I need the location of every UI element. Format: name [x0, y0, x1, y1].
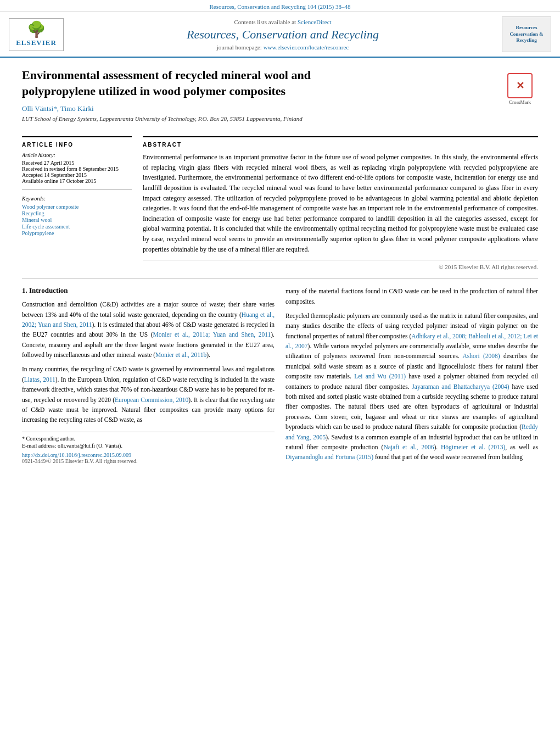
ref-jayaraman[interactable]: Jayaraman and Bhattacharyya (2004) [412, 383, 509, 390]
accepted-date: Accepted 14 September 2015 [22, 172, 132, 178]
sciencedirect-line: Contents lists available at ScienceDirec… [69, 19, 496, 25]
logo-box-text: Resources Conservation & Recycling [505, 25, 548, 44]
ref-llatas[interactable]: Llatas, 2011 [24, 376, 55, 383]
ref-ashori[interactable]: Ashori (2008) [462, 353, 500, 359]
keywords-title: Keywords: [22, 196, 132, 202]
kw-2: Recycling [22, 210, 132, 216]
body-right-col: many of the material fractions found in … [285, 286, 538, 467]
ref-reddy[interactable]: Reddy and Yang, 2005 [285, 423, 538, 440]
body-left-col: 1. Introduction Construction and demolit… [22, 286, 275, 467]
article-history-block: Article history: Received 27 April 2015 … [22, 152, 132, 190]
keywords-block: Keywords: Wood polymer composite Recycli… [22, 196, 132, 236]
intro-paragraph2: In many countries, the recycling of C&D … [22, 364, 275, 425]
ref-diyaman[interactable]: Diyamandoglu and Fortuna (2015) [285, 454, 373, 460]
author-olli: Olli Väntsi*, Timo Kärki [22, 104, 94, 113]
elsevier-wordmark: ELSEVIER [16, 38, 57, 47]
elsevier-logo-area: 🌳 ELSEVIER [9, 18, 69, 51]
right-paragraph2: Recycled thermoplastic polymers are comm… [285, 311, 538, 462]
ref-lei-wu[interactable]: Lei and Wu (2011) [354, 373, 406, 380]
affiliation: LUT School of Energy Systems, Lappeenran… [22, 115, 329, 122]
crossmark-label: CrossMark [507, 99, 533, 105]
left-col-article-info: ARTICLE INFO Article history: Received 2… [22, 136, 132, 270]
ref-eu-commission[interactable]: European Commission, 2010 [115, 397, 188, 403]
received-date: Received 27 April 2015 [22, 160, 132, 166]
doi-link[interactable]: http://dx.doi.org/10.1016/j.resconrec.20… [22, 452, 275, 458]
footnote-area: * Corresponding author. E-mail address: … [22, 432, 275, 464]
journal-logo-box: Resources Conservation & Recycling [502, 16, 551, 52]
elsevier-tree-icon: 🌳 [27, 22, 46, 37]
kw-1: Wood polymer composite [22, 204, 132, 210]
ref-najafi[interactable]: Najafi et al., 2006 [383, 444, 434, 450]
journal-header-right: Resources Conservation & Recycling [496, 16, 551, 52]
issn-line: 0921-3449/© 2015 Elsevier B.V. All right… [22, 458, 275, 464]
ref-monier-b[interactable]: Monier et al., 2011b [155, 352, 206, 358]
abstract-text: Environmental performance is an importan… [143, 152, 538, 254]
divider [22, 278, 538, 278]
authors: Olli Väntsi*, Timo Kärki [22, 104, 329, 113]
article-title: Environmental assessment of recycled min… [22, 68, 329, 99]
ref-hogimeier[interactable]: Högimeier et al. (2013) [441, 444, 505, 450]
kw-5: Polypropylene [22, 230, 132, 236]
right-paragraph1: many of the material fractions found in … [285, 286, 538, 306]
journal-title-header: Resources, Conservation and Recycling [69, 27, 496, 42]
corresponding-author-fn: * Corresponding author. [22, 436, 275, 442]
email-fn: E-mail address: olli.vantsi@lut.fi (O. V… [22, 443, 275, 449]
kw-3: Mineral wool [22, 217, 132, 223]
kw-4: Life cycle assessment [22, 224, 132, 230]
available-date: Available online 17 October 2015 [22, 178, 132, 184]
history-title: Article history: [22, 152, 132, 158]
intro-section-title: 1. Introduction [22, 286, 275, 295]
email-address[interactable]: olli.vantsi@lut.fi [58, 443, 95, 449]
body-two-col: 1. Introduction Construction and demolit… [22, 286, 538, 467]
intro-paragraph1: Construction and demolition (C&D) activi… [22, 299, 275, 360]
copyright-line: © 2015 Elsevier B.V. All rights reserved… [143, 260, 538, 270]
ref-adhikary[interactable]: Adhikary et al., 2008; Bahlouli et al., … [285, 333, 538, 349]
abstract-section-header: ABSTRACT [143, 142, 538, 148]
sciencedirect-link[interactable]: ScienceDirect [298, 19, 332, 25]
elsevier-logo-box: 🌳 ELSEVIER [9, 18, 64, 51]
main-content: Environmental assessment of recycled min… [0, 58, 560, 477]
homepage-link[interactable]: www.elsevier.com/locate/resconrec [264, 44, 349, 51]
article-info-section-header: ARTICLE INFO [22, 142, 132, 148]
right-col-abstract: ABSTRACT Environmental performance is an… [143, 136, 538, 270]
crossmark-icon: ✕ [507, 73, 533, 98]
homepage-line: journal homepage: www.elsevier.com/locat… [69, 44, 496, 51]
ref-monier[interactable]: Monier et al., 2011a; Yuan and Shen, 201… [153, 331, 271, 338]
journal-header-center: Contents lists available at ScienceDirec… [69, 19, 496, 51]
top-journal-line: Resources, Conservation and Recycling 10… [0, 0, 560, 12]
ref-huang[interactable]: Huang et al., 2002; Yuan and Shen, 2011 [22, 311, 275, 328]
two-col-info-abstract: ARTICLE INFO Article history: Received 2… [22, 136, 538, 270]
journal-header: 🌳 ELSEVIER Contents lists available at S… [0, 12, 560, 58]
received-revised-date: Received in revised form 8 September 201… [22, 166, 132, 172]
